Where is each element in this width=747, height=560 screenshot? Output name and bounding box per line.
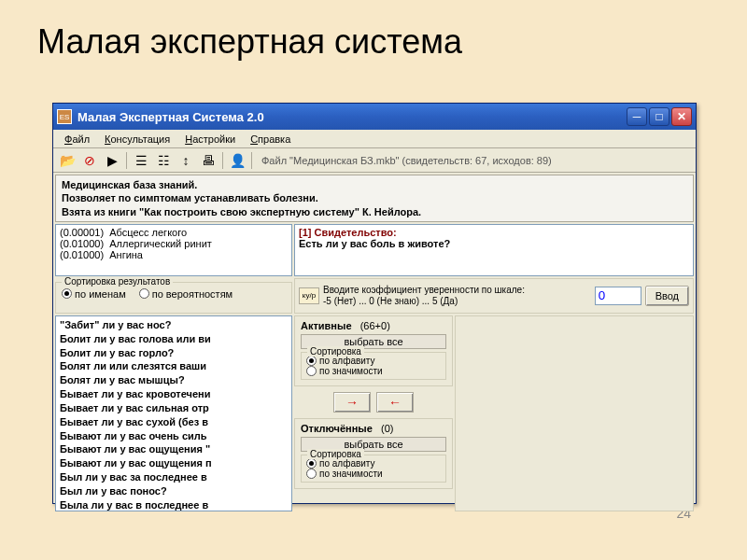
ruler-icon: ку/p: [299, 287, 319, 304]
active-title: Активные: [301, 320, 352, 331]
radio-by-prob[interactable]: по вероятностям: [139, 288, 233, 300]
radio-icon: [139, 288, 149, 299]
toolbar: 📂 ⊘ ▶ ☰ ☷ ↕ 🖶 👤 Файл "Медицинская БЗ.mkb…: [53, 148, 696, 173]
app-icon: ES: [57, 109, 72, 124]
minimize-button[interactable]: ─: [627, 107, 647, 126]
titlebar: ES Малая Экспертная Система 2.0 ─ □ ✕: [53, 104, 696, 130]
result-prob: (0.01000): [60, 238, 104, 249]
radio-icon: [306, 366, 317, 376]
toolbar-status: Файл "Медицинская БЗ.mkb" (свидетельств:…: [261, 155, 552, 166]
symptom-item[interactable]: Бывают ли у вас ощущения п: [60, 456, 288, 470]
symptom-item[interactable]: Болят ли у вас мышцы?: [60, 373, 288, 387]
menu-consult[interactable]: Консультация: [97, 132, 177, 147]
symptom-item[interactable]: Бывает ли у вас сильная отр: [60, 401, 288, 415]
submit-button[interactable]: Ввод: [645, 286, 689, 306]
disabled-count: (0): [381, 423, 393, 434]
close-button[interactable]: ✕: [671, 107, 692, 126]
desc-line1: Медицинская база знаний.: [62, 178, 687, 191]
question-header: [1] Свидетельство:: [299, 227, 689, 238]
window-title: Малая Экспертная Система 2.0: [78, 110, 627, 124]
symptom-item[interactable]: Бывают ли у вас ощущения ": [60, 442, 288, 456]
symptom-item[interactable]: Болит ли у вас голова или ви: [60, 332, 288, 346]
disabled-group: Отключённые (0) выбрать все Сортировка п…: [294, 418, 453, 489]
play-icon[interactable]: ▶: [102, 150, 122, 171]
radio-icon: [306, 469, 317, 479]
coeff-label2: -5 (Нет) ... 0 (Не знаю) ... 5 (Да): [323, 296, 591, 307]
question-box: [1] Свидетельство: Есть ли у вас боль в …: [294, 224, 694, 276]
result-name: Аллергический ринит: [109, 238, 212, 249]
radio-active-sig[interactable]: по значимости: [306, 366, 441, 376]
sort-icon[interactable]: ↕: [176, 150, 196, 171]
radio-icon: [306, 458, 317, 469]
symptom-item[interactable]: Бывает ли у вас сухой (без в: [60, 415, 288, 429]
menu-settings[interactable]: Настройки: [177, 132, 243, 147]
user-icon[interactable]: 👤: [227, 150, 247, 171]
open-icon[interactable]: 📂: [57, 150, 78, 171]
active-count: (66+0): [360, 320, 390, 331]
move-left-button[interactable]: ←: [376, 392, 414, 413]
tree-icon[interactable]: ☷: [153, 150, 174, 171]
empty-panel: [455, 315, 694, 511]
active-sort-title: Сортировка: [307, 346, 364, 357]
symptom-item[interactable]: Был ли у вас за последнее в: [60, 470, 288, 484]
active-group: Активные (66+0) выбрать все Сортировка п…: [294, 315, 453, 386]
symptom-item[interactable]: Был ли у вас понос?: [60, 484, 288, 498]
radio-by-name[interactable]: по именам: [62, 288, 126, 300]
app-window: ES Малая Экспертная Система 2.0 ─ □ ✕ Фа…: [52, 103, 697, 504]
result-prob: (0.01000): [60, 249, 104, 260]
coeff-label1: Вводите коэффициент уверенности по шкале…: [323, 285, 591, 296]
radio-active-alpha[interactable]: по алфавиту: [306, 356, 441, 366]
sort-results-group: Сортировка результатов по именам по веро…: [55, 282, 292, 314]
disabled-sort-title: Сортировка: [307, 449, 364, 459]
print-icon[interactable]: 🖶: [198, 150, 218, 171]
sort-results-title: Сортировка результатов: [62, 276, 173, 287]
radio-icon: [62, 288, 72, 299]
symptom-item[interactable]: Болит ли у вас горло?: [60, 346, 288, 360]
result-name: Ангина: [109, 249, 143, 260]
results-list[interactable]: (0.00001) Абсцесс легкого (0.01000) Алле…: [55, 224, 292, 276]
slide-title: Малая экспертная система: [0, 0, 747, 73]
menu-file[interactable]: Файл: [57, 132, 97, 147]
result-prob: (0.00001): [60, 227, 104, 238]
confidence-input[interactable]: [595, 287, 641, 305]
symptom-item[interactable]: "Забит" ли у вас нос?: [60, 318, 288, 332]
result-name: Абсцесс легкого: [109, 227, 187, 238]
desc-line2: Позволяет по симптомам устанавливать бол…: [62, 191, 687, 204]
disabled-title: Отключённые: [301, 423, 373, 434]
radio-disabled-alpha[interactable]: по алфавиту: [306, 458, 441, 469]
symptom-item[interactable]: Бывает ли у вас кровотечени: [60, 387, 288, 401]
symptom-item[interactable]: Бывают ли у вас очень силь: [60, 429, 288, 443]
maximize-button[interactable]: □: [649, 107, 669, 126]
symptom-item[interactable]: Была ли у вас в последнее в: [60, 498, 288, 511]
list-icon[interactable]: ☰: [131, 150, 151, 171]
radio-icon: [306, 356, 317, 366]
question-text: Есть ли у вас боль в животе?: [299, 238, 689, 249]
description-box: Медицинская база знаний. Позволяет по си…: [55, 175, 694, 222]
radio-disabled-sig[interactable]: по значимости: [306, 469, 441, 479]
cancel-icon[interactable]: ⊘: [79, 150, 100, 171]
symptom-item[interactable]: Болят ли или слезятся ваши: [60, 359, 288, 373]
confidence-panel: ку/p Вводите коэффициент уверенности по …: [294, 278, 694, 314]
desc-line3: Взята из книги "Как построить свою экспе…: [62, 205, 687, 218]
menubar: Файл Консультация Настройки Справка: [53, 130, 696, 148]
move-right-button[interactable]: →: [333, 392, 371, 413]
menu-help[interactable]: Справка: [243, 132, 298, 147]
symptom-list[interactable]: "Забит" ли у вас нос?Болит ли у вас голо…: [55, 315, 292, 511]
